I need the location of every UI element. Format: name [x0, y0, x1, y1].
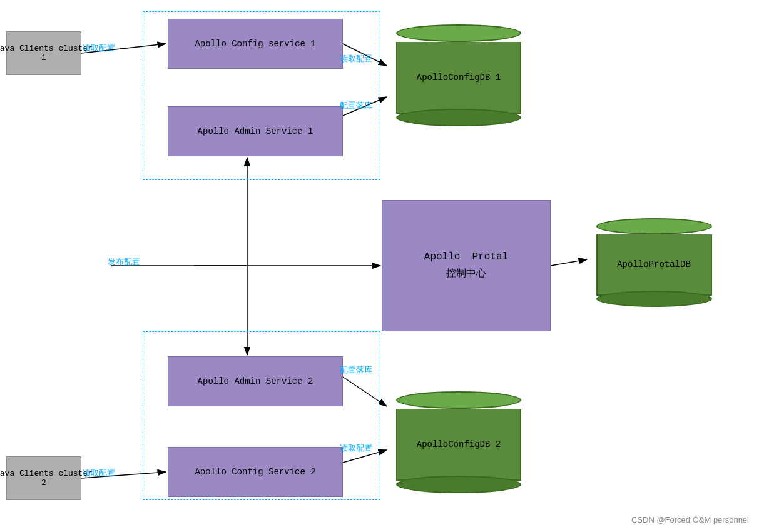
arrow-label-publish-config: 发布配置: [108, 256, 140, 268]
java-client-2: Java Clients cluster 2: [6, 456, 81, 500]
diagram-container: Java Clients cluster 1 Java Clients clus…: [0, 0, 759, 532]
apollo-config-service-1: Apollo Config service 1: [168, 19, 343, 69]
apollo-protal-db: ApolloProtalDB: [588, 216, 720, 309]
apollo-config-db-1: ApolloConfigDB 1: [387, 24, 531, 127]
arrow-label-config-store-1: 配置落库: [340, 100, 372, 111]
watermark: CSDN @Forced O&M personnel: [631, 515, 749, 524]
apollo-portal: Apollo Protal 控制中心: [382, 200, 551, 331]
apollo-admin-service-1: Apollo Admin Service 1: [168, 106, 343, 156]
arrow-label-config-store-2: 配置落库: [340, 364, 372, 376]
svg-line-5: [551, 259, 587, 266]
apollo-config-db-2: ApolloConfigDB 2: [387, 391, 531, 494]
arrow-label-read-config-2: 读取配置: [83, 468, 115, 479]
arrow-label-read-config-db1: 读取配置: [340, 53, 372, 64]
apollo-config-service-2: Apollo Config Service 2: [168, 447, 343, 497]
arrow-label-read-config-db2: 读取配置: [340, 443, 372, 454]
apollo-admin-service-2: Apollo Admin Service 2: [168, 356, 343, 406]
arrow-label-read-config-1: 读取配置: [83, 43, 115, 54]
java-client-1: Java Clients cluster 1: [6, 31, 81, 75]
